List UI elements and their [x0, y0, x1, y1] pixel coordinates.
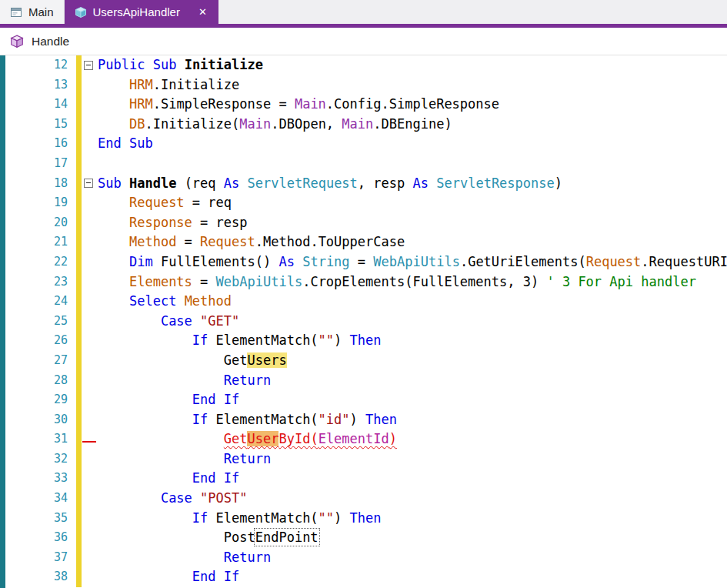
code-line[interactable]: 37 Return: [0, 548, 727, 568]
line-number: 37: [6, 548, 74, 568]
code-token: Return: [224, 373, 271, 388]
code-line[interactable]: 13 HRM.Initialize: [0, 75, 727, 95]
code-line[interactable]: 31 GetUserById(ElementId): [0, 429, 727, 449]
code-token: ): [334, 332, 349, 348]
code-line[interactable]: 23 Elements = WebApiUtils.CropElements(F…: [0, 272, 727, 292]
change-indicator: [76, 95, 82, 115]
code-token: .Initialize(: [145, 116, 239, 132]
code-line[interactable]: 35 If ElementMatch("") Then: [0, 509, 727, 529]
fold-margin: [82, 489, 98, 509]
code-token: Sub: [98, 175, 122, 191]
code-token: String: [302, 254, 349, 269]
code-token: Dim: [129, 254, 153, 269]
code-text: GetUsers: [98, 351, 287, 371]
code-line[interactable]: 30 If ElementMatch("id") Then: [0, 410, 727, 430]
code-line[interactable]: 32 Return: [0, 449, 727, 469]
code-token: ' 3 For Api handler: [546, 274, 695, 289]
class-cube-icon: [10, 35, 24, 48]
line-number: 35: [6, 509, 74, 529]
code-line[interactable]: 21 Method = Request.Method.ToUpperCase: [0, 232, 727, 252]
fold-margin: [82, 272, 98, 292]
code-line[interactable]: 24 Select Method: [0, 292, 727, 312]
fold-margin: [82, 528, 98, 548]
code-line[interactable]: 25 Case "GET": [0, 312, 727, 332]
code-token: .SimpleResponse =: [153, 96, 295, 112]
code-line[interactable]: 19 Request = req: [0, 193, 727, 213]
code-line[interactable]: 22 Dim FullElements() As String = WebApi…: [0, 252, 727, 272]
code-line[interactable]: 29 End If: [0, 390, 727, 410]
tab-main[interactable]: Main: [0, 0, 65, 24]
code-text: Return: [98, 371, 271, 391]
code-text: End If: [98, 390, 239, 410]
fold-margin: [82, 469, 98, 489]
tab-label: Main: [28, 5, 54, 18]
fold-margin: [82, 331, 98, 351]
fold-margin: [82, 213, 98, 233]
code-token: DB: [129, 116, 145, 132]
navigation-bar: Handle: [0, 28, 727, 55]
code-line[interactable]: 15 DB.Initialize(Main.DBOpen, Main.DBEng…: [0, 115, 727, 135]
code-token: ById: [278, 431, 310, 446]
code-line[interactable]: 17: [0, 154, 727, 174]
fold-margin: [82, 371, 98, 391]
line-number: 19: [6, 193, 74, 213]
collapse-toggle-icon[interactable]: [84, 179, 93, 188]
code-token: .RequestURI): [641, 254, 727, 269]
code-token: [98, 254, 129, 269]
fold-margin: [82, 232, 98, 252]
code-text: DB.Initialize(Main.DBOpen, Main.DBEngine…: [98, 115, 452, 135]
fold-margin: [82, 75, 98, 95]
code-line[interactable]: 14 HRM.SimpleResponse = Main.Config.Simp…: [0, 95, 727, 115]
change-indicator: [76, 429, 82, 449]
line-number: 30: [6, 410, 74, 430]
change-indicator: [76, 410, 82, 430]
code-text: Return: [98, 548, 271, 568]
code-token: .CropElements(FullElements, 3): [302, 274, 546, 289]
code-line[interactable]: 20 Response = resp: [0, 213, 727, 233]
code-line[interactable]: 34 Case "POST": [0, 489, 727, 509]
code-text: Request = req: [98, 193, 232, 213]
code-line[interactable]: 38 End If: [0, 567, 727, 587]
code-line[interactable]: 26 If ElementMatch("") Then: [0, 331, 727, 351]
code-line[interactable]: 27 GetUsers: [0, 351, 727, 371]
code-line[interactable]: 28 Return: [0, 371, 727, 391]
code-text: Method = Request.Method.ToUpperCase: [98, 232, 405, 252]
change-indicator: [76, 55, 82, 75]
code-token: Get: [224, 431, 248, 446]
tab-usersapihandler[interactable]: UsersApiHandler ✕: [65, 0, 218, 24]
code-token: [98, 234, 129, 249]
breadcrumb-item-handle[interactable]: Handle: [32, 35, 69, 48]
code-text: GetUserById(ElementId): [98, 429, 397, 449]
code-text: Sub Handle (req As ServletRequest, resp …: [98, 174, 562, 194]
code-line[interactable]: 16End Sub: [0, 134, 727, 154]
code-line[interactable]: 18Sub Handle (req As ServletRequest, res…: [0, 174, 727, 194]
close-icon[interactable]: ✕: [197, 6, 208, 18]
fold-margin: [82, 193, 98, 213]
line-number: 29: [6, 390, 74, 410]
code-editor[interactable]: 12Public Sub Initialize13 HRM.Initialize…: [0, 55, 727, 588]
fold-margin: [82, 390, 98, 410]
code-token: End If: [192, 470, 239, 486]
line-number: 20: [6, 213, 74, 233]
code-token: [98, 195, 129, 210]
change-indicator: [76, 134, 82, 154]
code-line[interactable]: 12Public Sub Initialize: [0, 55, 727, 75]
collapse-toggle-icon[interactable]: [84, 61, 93, 70]
code-lines: 12Public Sub Initialize13 HRM.Initialize…: [0, 55, 727, 587]
code-token: [98, 470, 192, 486]
code-token: As: [278, 254, 294, 269]
change-indicator: [76, 174, 82, 194]
tab-bar: Main UsersApiHandler ✕: [0, 0, 727, 24]
change-indicator: [76, 252, 82, 272]
code-line[interactable]: 36 PostEndPoint: [0, 528, 727, 548]
code-line[interactable]: 33 End If: [0, 469, 727, 489]
code-token: Get: [224, 352, 248, 368]
code-text: HRM.Initialize: [98, 75, 239, 95]
line-number: 34: [6, 489, 74, 509]
form-icon: [10, 6, 22, 18]
code-token: Case: [161, 313, 192, 329]
code-token: User: [247, 431, 278, 446]
code-token: "GET": [200, 313, 239, 329]
code-token: Public: [98, 57, 145, 72]
fold-margin: [82, 449, 98, 469]
